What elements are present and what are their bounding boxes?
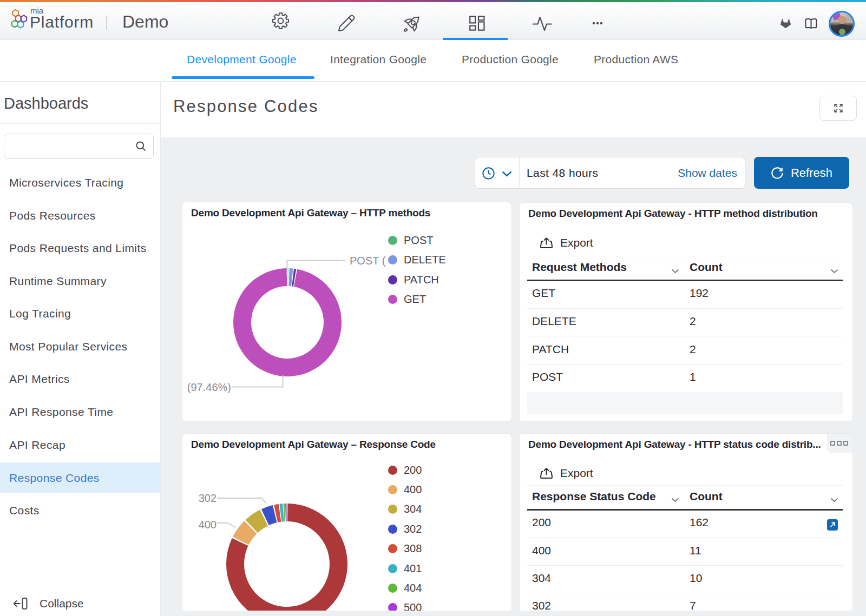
svg-text:POST (0.51%): POST (0.51%) — [350, 255, 386, 267]
svg-text:400: 400 — [199, 519, 216, 531]
svg-text:302: 302 — [199, 492, 216, 504]
svg-text:GET (97.46%): GET (97.46%) — [188, 381, 231, 393]
